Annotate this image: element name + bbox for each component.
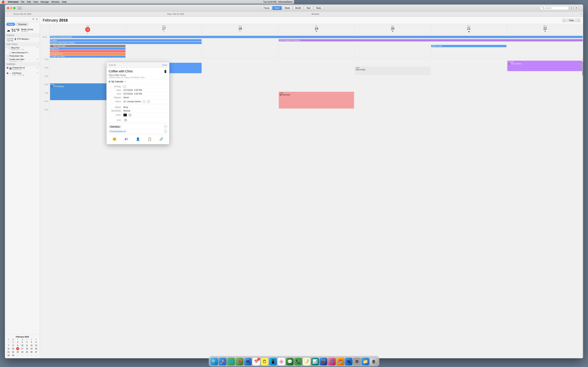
sidebar-toggle[interactable] — [17, 6, 22, 10]
alarm-minus-button[interactable]: − — [142, 100, 146, 103]
traffic-lights — [7, 7, 15, 9]
attendee-dropdown[interactable]: ▼ — [124, 131, 126, 133]
blog-post-sub: Informant 5 ∅ To... — [11, 49, 25, 50]
toolbar-center: Focus Days Week Month Year Tasks — [261, 6, 294, 10]
popup-sensitivity-row: Sensitivity: Normal — [109, 109, 167, 113]
focus-button[interactable]: Focus — [261, 6, 272, 10]
focus-icon[interactable]: ⊕ — [36, 18, 38, 20]
notes-icon[interactable]: 📋 — [147, 136, 152, 142]
attendee-add-button[interactable]: + — [164, 130, 167, 133]
focus-bar: Focus: Feb 16, 2016 — [5, 12, 40, 17]
file-menu[interactable]: File — [21, 0, 25, 3]
menubar-user: InformantDemo — [278, 1, 293, 3]
help-menu[interactable]: Help — [62, 0, 67, 3]
call-neuro-share[interactable]: ⧉ — [37, 72, 38, 74]
app-menu[interactable]: Informant — [8, 0, 18, 3]
popup-header: Cancel Save — [107, 62, 169, 68]
task-change-oil[interactable]: Change the oil Routine Tasks Y... ⧉ — [5, 66, 40, 71]
svg-rect-1 — [19, 7, 21, 8]
popup-cancel-button[interactable]: Cancel — [109, 64, 116, 66]
overdue-dot — [7, 67, 9, 69]
attendee-tag[interactable]: Chris McSorley ▼ — [109, 130, 127, 133]
edit-menu[interactable]: Edit — [27, 0, 31, 3]
popup-location: Fika Coffee House — [109, 74, 167, 76]
filter-icon[interactable]: ⚙ — [32, 18, 35, 20]
fullscreen-button[interactable] — [13, 7, 15, 9]
popup-start-time[interactable]: 3:55 PM — [134, 89, 142, 92]
month-button[interactable]: Month — [293, 6, 294, 10]
popup-save-button[interactable]: Save — [162, 64, 167, 66]
estimating-tag[interactable]: Estimating — [109, 125, 121, 128]
event-popup: Cancel Save Coffee with Chris 📱 Fika Cof… — [106, 62, 169, 144]
change-oil-share[interactable]: ⧉ — [37, 67, 38, 69]
no-color-button[interactable]: ⊘ — [128, 113, 132, 117]
sidebar-top-icons: ⚙ ⊕ — [5, 17, 40, 22]
manage-menu[interactable]: Manage — [41, 0, 49, 3]
productivity-label: Productivity Tips — [9, 55, 24, 57]
weather-widget: ☁ 51°F Mostly Cloudy 59°/36° F — [5, 27, 40, 34]
change-oil-label: Change the oil — [12, 67, 26, 69]
productivity-checkbox[interactable] — [7, 55, 9, 57]
share-icon2[interactable]: ⧉ — [37, 58, 38, 60]
link-icon[interactable]: 🔗 — [159, 136, 164, 142]
copy-icon[interactable]: ⧉ — [29, 38, 30, 40]
calendar-dot — [109, 81, 110, 83]
share-icon[interactable]: ⧉ — [37, 47, 38, 49]
new-informant-checkbox[interactable] — [9, 52, 11, 54]
blog-post-label: Blog Post — [11, 47, 25, 49]
color-swatch[interactable] — [123, 114, 127, 117]
popup-bottom-icons: 😊 🏷 👤 📋 🔗 — [109, 135, 167, 142]
blog-post-checkbox[interactable] — [9, 47, 10, 49]
calendar-dropdown-icon[interactable]: ▼ — [124, 81, 126, 83]
popup-device-icon[interactable]: 📱 — [164, 70, 167, 73]
create-video-label: Create new video — [9, 58, 25, 60]
menubar-left: 🍎 Informant File Edit View Manage Window… — [1, 0, 67, 3]
weather-detail: Mostly Cloudy 59°/36° F — [21, 28, 33, 32]
close-button[interactable] — [7, 7, 9, 9]
new-informant-label: New Informant 5 F... — [12, 51, 29, 54]
estimating-add-button[interactable]: + — [164, 125, 167, 128]
menubar-right: Tue 12:04 PM InformantDemo — [263, 1, 293, 3]
popup-end-date[interactable]: 2/17/2016 — [123, 93, 133, 95]
popup-repeat-row: Repeat: Never — [109, 96, 167, 100]
main-layout: ⚙ ⊕ Today Tomorrow ☁ 51°F Mostly Cloudy … — [5, 17, 294, 184]
task-call-neuro[interactable]: Call Neuro Inbox Yesterday ⧉ — [5, 71, 40, 77]
view-menu[interactable]: View — [33, 0, 38, 3]
collapse-icon[interactable]: ▼ — [6, 47, 7, 48]
task-create-video: Create new video Informant 5 ∅ To... ⧉ — [5, 58, 40, 63]
weather-icon: ☁ — [7, 28, 10, 32]
titlebar: Focus Days Week Month Year Tasks 🔍 Searc… — [5, 5, 294, 12]
sidebar: ⚙ ⊕ Today Tomorrow ☁ 51°F Mostly Cloudy … — [5, 17, 40, 184]
apple-menu[interactable]: 🍎 — [1, 0, 5, 3]
alarm-plus-button[interactable]: + — [147, 100, 150, 103]
minimize-button[interactable] — [10, 7, 12, 9]
popup-end-time[interactable]: 4:45 PM — [134, 93, 142, 95]
overdue-dot2 — [7, 72, 9, 74]
today-tomorrow-toggle: Today Tomorrow — [5, 22, 40, 27]
popup-status-row: Status: Busy — [109, 105, 167, 109]
icon-preview[interactable]: ☕ — [123, 118, 128, 122]
popup-status-value[interactable]: Busy — [123, 106, 128, 108]
create-video-checkbox[interactable] — [7, 58, 9, 60]
popup-repeat-value[interactable]: Never — [123, 96, 129, 99]
popup-allday-row: All Day: — [109, 85, 167, 88]
popup-start-date[interactable]: 2/17/2016 — [123, 89, 133, 92]
menubar-time: Tue 12:04 PM — [263, 1, 276, 3]
tag-icon[interactable]: 🏷 — [123, 136, 129, 142]
popup-color-row: Color: ⊘ — [109, 113, 167, 117]
sidebar-event-pto[interactable]: 6:00 PM 7:00 PM 👤 PTO Meeting ⧉ — [5, 37, 40, 43]
popup-calendar-name[interactable]: My Calendar — [112, 80, 123, 83]
tomorrow-button[interactable]: Tomorrow — [16, 23, 28, 26]
popup-sensitivity-value[interactable]: Normal — [123, 109, 130, 112]
window-menu[interactable]: Window — [51, 0, 59, 3]
person-icon[interactable]: 👤 — [135, 136, 140, 142]
task-productivity: Productivity Tips — [5, 54, 40, 58]
overdue-header: OVERDUE — [5, 63, 40, 66]
popup-address: 19559 E Main St, Parker CO 80138, Unite.… — [109, 76, 167, 78]
today-button[interactable]: Today — [6, 23, 15, 26]
days-button[interactable]: Days — [272, 6, 282, 10]
allday-checkbox[interactable] — [123, 85, 126, 88]
popup-end-row: End: 2/17/2016 4:45 PM — [109, 92, 167, 96]
emoji-icon[interactable]: 😊 — [112, 136, 117, 142]
week-button[interactable]: Week — [282, 6, 292, 10]
